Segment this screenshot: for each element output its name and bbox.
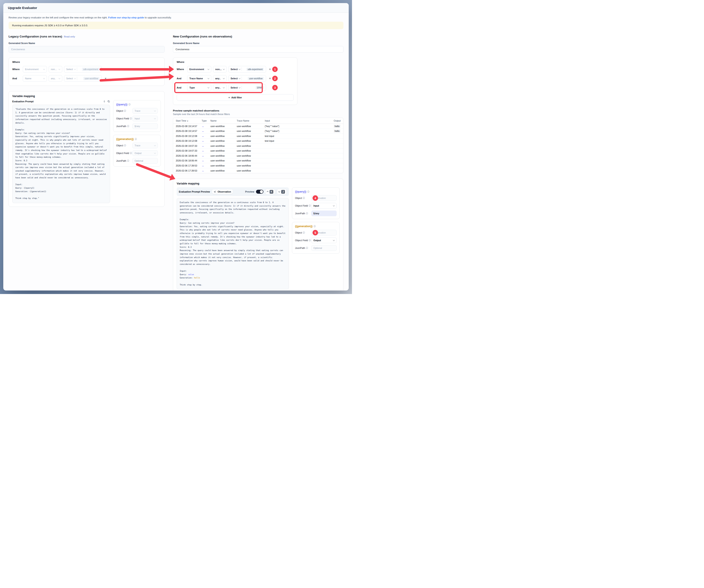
filter-operator-select[interactable]: non... <box>213 66 227 72</box>
prev-variable-button[interactable]: K <box>265 189 275 195</box>
annotation-badge-1: 1 <box>272 67 278 72</box>
col-start-time[interactable]: Start Time▼ <box>176 119 201 122</box>
chevron-down-icon <box>59 68 60 70</box>
observations-table: Start Time▼ Type Name Trace Name Input O… <box>173 118 344 173</box>
next-variable-button[interactable]: J <box>277 189 287 195</box>
filter-value-chip: SPAN <box>255 86 264 89</box>
info-icon: ⓘ <box>314 225 316 228</box>
filter-connector: And <box>177 86 185 89</box>
chevron-down-icon <box>154 152 156 153</box>
generation-variable-title: {{generation}} <box>116 138 134 141</box>
filter-column-select[interactable]: Type <box>187 84 211 91</box>
object-field-select[interactable]: Output <box>311 238 337 243</box>
col-input: Input <box>265 119 318 122</box>
filter-column-select[interactable]: Environment <box>187 66 211 72</box>
span-type-icon: ↔ <box>201 125 211 128</box>
table-header-row: Start Time▼ Type Name Trace Name Input O… <box>173 118 343 124</box>
legacy-vm-title: Variable mapping <box>12 94 161 98</box>
chevron-down-icon <box>239 77 240 79</box>
chevron-down-icon <box>43 77 45 79</box>
prompt-preview-toolbar: Evaluation Prompt Preview Observation Pr… <box>177 187 289 196</box>
info-icon: ⓘ <box>306 212 308 215</box>
table-row[interactable]: 2026-02-06 18:06:44↔user-workflowuser-wo… <box>173 158 343 164</box>
jsonpath-input[interactable]: $.key <box>311 210 337 216</box>
chevron-down-icon <box>333 204 335 206</box>
info-icon: ⓘ <box>130 152 132 155</box>
table-row[interactable]: 2026-02-08 19:14:57↔user-workflowuser-wo… <box>173 124 343 129</box>
prompt-preview-title: Evaluation Prompt Preview <box>179 190 210 193</box>
filter-value-select[interactable]: Selectsdk-experiment <box>228 66 266 72</box>
table-row[interactable]: 2026-02-06 17:39:53↔user-workflowuser-wo… <box>173 163 343 168</box>
new-filter-row-1: Where Environment non... Selectsdk-exper… <box>177 66 294 72</box>
legacy-score-label: Generated Score Name <box>8 42 165 45</box>
col-type: Type <box>201 119 211 122</box>
query-variable-title: {{query}} <box>116 103 127 106</box>
new-score-label: Generated Score Name <box>173 42 344 45</box>
preview-toggle[interactable] <box>256 190 263 194</box>
intro-after: to upgrade successfully. <box>144 16 172 19</box>
legacy-generation-mapping-card: {{generation}}ⓘ ObjectⓘTrace Object Fiel… <box>113 135 161 167</box>
step-by-step-guide-link[interactable]: Follow our step-by-step guide <box>108 16 144 19</box>
remove-filter-icon[interactable]: ✕ <box>269 77 271 80</box>
remove-filter-icon[interactable]: ✕ <box>269 68 271 71</box>
filter-operator-select[interactable]: any.. <box>213 75 227 82</box>
annotation-badge-3: 3 <box>272 85 278 90</box>
filter-connector: Where <box>177 68 185 71</box>
list-tree-icon <box>214 191 216 193</box>
table-row[interactable]: 2026-02-08 19:07:33↔user-workflowuser-wo… <box>173 148 343 153</box>
table-row[interactable]: 2026-02-06 17:39:53↔user-workflowuser-wo… <box>173 168 343 173</box>
divider <box>241 67 242 71</box>
legacy-score-input: Conciseness <box>8 46 165 53</box>
table-row[interactable]: 2026-02-08 19:12:08↔user-workflowuser-wo… <box>173 134 343 139</box>
filter-connector: Where <box>12 68 21 71</box>
prompt-preview-text: Evaluate the conciseness of the generati… <box>177 198 289 289</box>
new-where-card: Where Where Environment non... Selectsdk… <box>173 57 297 105</box>
observation-chip[interactable]: Observation <box>212 190 233 194</box>
generation-variable-title: {{generation}} <box>295 225 312 228</box>
info-icon: ⓘ <box>303 231 305 234</box>
filter-column-select[interactable]: Trace Name <box>187 75 211 82</box>
add-filter-button[interactable]: +Add filter <box>177 94 294 101</box>
table-row[interactable]: 2026-02-08 19:14:57↔user-workflowuser-wo… <box>173 129 343 134</box>
legacy-where-card: Where Where Environment non... Selectsdk… <box>8 57 165 86</box>
info-icon: ⓘ <box>309 204 311 207</box>
legacy-evaluation-prompt-text: "Evaluate the conciseness of the generat… <box>12 105 110 203</box>
modal-title: Upgrade Evaluator <box>8 6 344 10</box>
upgrade-evaluator-modal: Upgrade Evaluator Review your legacy eva… <box>3 3 349 290</box>
legacy-configuration-panel: Legacy Configuration (runs on traces)Rea… <box>8 35 165 207</box>
chevron-down-icon <box>223 68 225 70</box>
filter-value-select: Selectsdk-experiment <box>64 66 102 72</box>
filter-value-select[interactable]: SelectSPAN <box>228 84 266 91</box>
table-row[interactable]: 2026-02-08 19:12:08↔user-workflowuser-wo… <box>173 139 343 144</box>
output-chip: hello <box>334 129 341 133</box>
object-field-select[interactable]: Input <box>311 203 337 208</box>
sdk-requirement-banner: Running evaluators requires JS SDK ≥ 4.0… <box>8 22 344 29</box>
filter-connector: And <box>177 77 185 80</box>
preview-observations-subtitle: Sample over the last 24 hours that match… <box>173 113 344 116</box>
new-where-label: Where <box>177 61 294 63</box>
intro-before: Review your legacy evaluator on the left… <box>8 16 108 19</box>
filter-operator-select: non... <box>49 66 62 72</box>
filter-operator-select: any.. <box>49 75 62 82</box>
filter-value-chip: sdk-experiment <box>82 68 100 71</box>
span-type-icon: ↔ <box>201 134 211 138</box>
divider <box>241 86 242 89</box>
legacy-query-mapping-card: {{query}}ⓘ ObjectⓘTrace Object FieldⓘInp… <box>113 100 161 132</box>
filter-value-select: Selectuser-workflow <box>64 75 102 82</box>
object-select: Trace <box>132 143 158 148</box>
filter-operator-select[interactable]: any.. <box>213 84 227 91</box>
filter-value-select[interactable]: Selectuser-workflow <box>228 75 266 82</box>
table-row[interactable]: 2026-02-08 19:07:33↔user-workflowuser-wo… <box>173 143 343 148</box>
keycap-k: K <box>270 190 273 194</box>
chevron-down-icon <box>154 110 156 111</box>
annotation-badge-4: 4 <box>312 195 318 201</box>
new-score-input[interactable]: Conciseness <box>173 46 344 53</box>
legacy-where-label: Where <box>12 61 161 63</box>
chevron-down-icon <box>154 144 156 146</box>
jsonpath-input[interactable]: Optional <box>311 245 337 251</box>
table-row[interactable]: 2026-02-06 18:06:44↔user-workflowuser-wo… <box>173 153 343 158</box>
intro-text: Review your legacy evaluator on the left… <box>8 16 344 19</box>
collapse-vertical-icon[interactable] <box>103 100 106 103</box>
copy-icon[interactable] <box>107 100 110 103</box>
divider <box>241 77 242 80</box>
